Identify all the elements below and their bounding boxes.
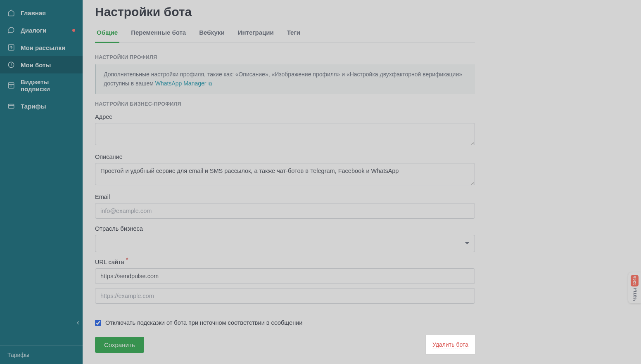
description-label: Описание	[95, 154, 475, 160]
sidebar: Главная Диалоги Мои рассылки Мои боты	[0, 0, 83, 364]
sidebar-item-bots[interactable]: Мои боты	[0, 56, 83, 73]
email-input[interactable]	[95, 203, 475, 219]
sidebar-item-pricing[interactable]: Тарифы	[0, 97, 83, 115]
tab-label: Вебхуки	[199, 29, 224, 36]
tab-variables[interactable]: Переменные бота	[129, 25, 188, 43]
sidebar-bottom-label: Тарифы	[7, 352, 29, 358]
chat-icon	[7, 26, 15, 34]
svg-rect-2	[8, 83, 14, 88]
sidebar-item-label: Виджеты подписки	[21, 78, 75, 92]
tab-label: Теги	[287, 29, 300, 36]
sidebar-item-campaigns[interactable]: Мои рассылки	[0, 39, 83, 56]
required-asterisk: *	[124, 256, 128, 263]
chevron-left-icon: ‹	[77, 318, 79, 326]
tab-webhooks[interactable]: Вебхуки	[197, 25, 226, 43]
link-label: WhatsApp Manager	[155, 80, 207, 87]
upload-icon	[7, 44, 15, 51]
sidebar-item-label: Тарифы	[21, 103, 46, 110]
page-title: Настройки бота	[95, 2, 475, 25]
sidebar-item-widgets[interactable]: Виджеты подписки	[0, 73, 83, 97]
archive-icon	[7, 82, 15, 89]
profile-info-box: Дополнительные настройки профиля, такие …	[95, 64, 475, 94]
sidebar-item-label: Мои рассылки	[21, 44, 65, 51]
external-link-icon: ⧉	[207, 81, 212, 87]
tab-general[interactable]: Общие	[95, 25, 119, 43]
tab-tags[interactable]: Теги	[285, 25, 302, 43]
address-textarea[interactable]	[95, 123, 475, 145]
industry-label: Отрасль бизнеса	[95, 225, 475, 232]
sidebar-item-label: Диалоги	[21, 27, 46, 34]
form-footer: Сохранить Удалить бота	[95, 335, 475, 354]
tab-label: Переменные бота	[131, 29, 186, 36]
sidebar-item-dialogs[interactable]: Диалоги	[0, 21, 83, 39]
save-button-label: Сохранить	[104, 341, 135, 348]
profile-section-heading: НАСТРОЙКИ ПРОФИЛЯ	[95, 54, 475, 60]
tabs: Общие Переменные бота Вебхуки Интеграции…	[95, 25, 475, 43]
clock-icon	[7, 61, 15, 69]
tab-label: Общие	[97, 29, 118, 36]
sidebar-bottom-link[interactable]: Тарифы	[0, 345, 83, 364]
industry-select[interactable]	[95, 235, 475, 252]
delete-bot-wrap: Удалить бота	[426, 335, 475, 354]
chat-count-badge: 1345	[631, 275, 639, 286]
chat-widget[interactable]: 1345 Чаты	[628, 272, 641, 303]
address-label: Адрес	[95, 113, 475, 120]
sidebar-item-label: Мои боты	[21, 61, 51, 69]
save-button[interactable]: Сохранить	[95, 337, 144, 353]
url-input-secondary[interactable]	[95, 288, 475, 304]
url-label-text: URL сайта	[95, 259, 124, 265]
card-icon	[7, 102, 15, 110]
url-input-primary[interactable]	[95, 268, 475, 284]
url-label: URL сайта *	[95, 259, 475, 265]
sidebar-collapse-button[interactable]: ‹	[77, 318, 79, 327]
chat-widget-label: Чаты	[632, 288, 638, 301]
description-textarea[interactable]	[95, 163, 475, 185]
notification-dot-icon	[72, 29, 75, 32]
business-section-heading: НАСТРОЙКИ БИЗНЕС-ПРОФИЛЯ	[95, 101, 475, 107]
disable-hints-row: Отключать подсказки от бота при неточном…	[95, 319, 475, 326]
email-label: Email	[95, 194, 475, 200]
checkbox-label: Отключать подсказки от бота при неточном…	[105, 319, 302, 326]
sidebar-item-label: Главная	[21, 9, 46, 17]
sidebar-item-home[interactable]: Главная	[0, 4, 83, 21]
delete-bot-link[interactable]: Удалить бота	[432, 341, 468, 348]
disable-hints-checkbox[interactable]	[95, 320, 101, 326]
whatsapp-manager-link[interactable]: WhatsApp Manager ⧉	[155, 80, 212, 87]
tab-integrations[interactable]: Интеграции	[236, 25, 275, 43]
delete-link-label: Удалить бота	[432, 341, 468, 348]
svg-rect-3	[8, 104, 14, 109]
main-content: Настройки бота Общие Переменные бота Веб…	[83, 0, 641, 364]
home-icon	[7, 9, 15, 17]
tab-label: Интеграции	[238, 29, 274, 36]
